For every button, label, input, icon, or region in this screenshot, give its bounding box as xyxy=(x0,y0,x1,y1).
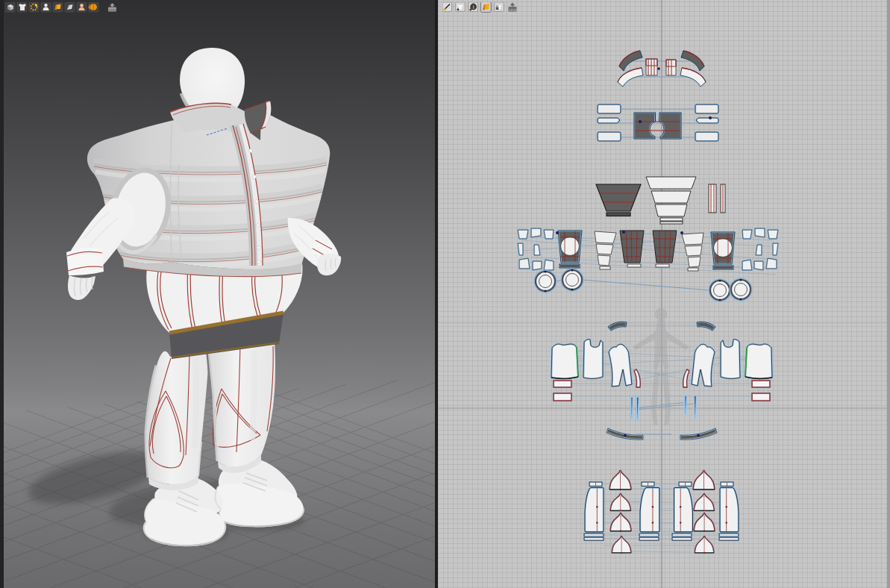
svg-text:i: i xyxy=(473,4,474,10)
